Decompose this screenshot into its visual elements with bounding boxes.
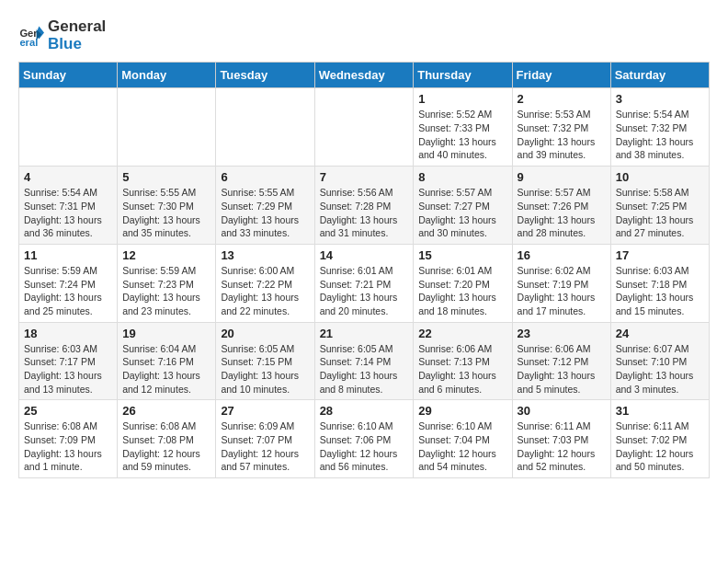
day-info: Sunrise: 5:59 AM Sunset: 7:23 PM Dayligh… — [122, 264, 210, 318]
day-number: 12 — [122, 248, 210, 262]
day-number: 1 — [418, 92, 506, 106]
calendar-day-26: 26Sunrise: 6:08 AM Sunset: 7:08 PM Dayli… — [118, 400, 216, 478]
day-number: 13 — [221, 248, 309, 262]
day-info: Sunrise: 6:06 AM Sunset: 7:12 PM Dayligh… — [518, 342, 606, 396]
weekday-header-wednesday: Wednesday — [314, 63, 414, 88]
day-info: Sunrise: 6:01 AM Sunset: 7:21 PM Dayligh… — [320, 264, 409, 318]
day-info: Sunrise: 6:04 AM Sunset: 7:16 PM Dayligh… — [122, 342, 210, 396]
calendar-empty-cell — [314, 88, 414, 167]
day-info: Sunrise: 5:57 AM Sunset: 7:26 PM Dayligh… — [518, 186, 606, 240]
day-number: 4 — [24, 170, 112, 184]
calendar-day-29: 29Sunrise: 6:10 AM Sunset: 7:04 PM Dayli… — [414, 400, 512, 478]
calendar-empty-cell — [118, 88, 216, 167]
calendar-day-5: 5Sunrise: 5:55 AM Sunset: 7:30 PM Daylig… — [118, 167, 216, 245]
day-info: Sunrise: 6:05 AM Sunset: 7:15 PM Dayligh… — [221, 342, 309, 396]
day-number: 19 — [122, 327, 210, 340]
day-info: Sunrise: 6:11 AM Sunset: 7:02 PM Dayligh… — [616, 419, 704, 474]
day-info: Sunrise: 5:55 AM Sunset: 7:30 PM Dayligh… — [122, 186, 210, 240]
calendar-week-row: 18Sunrise: 6:03 AM Sunset: 7:17 PM Dayli… — [19, 322, 710, 400]
day-info: Sunrise: 6:10 AM Sunset: 7:04 PM Dayligh… — [418, 419, 506, 474]
day-number: 20 — [221, 327, 309, 340]
calendar-day-17: 17Sunrise: 6:03 AM Sunset: 7:18 PM Dayli… — [610, 244, 709, 322]
weekday-header-row: SundayMondayTuesdayWednesdayThursdayFrid… — [19, 63, 710, 88]
weekday-header-thursday: Thursday — [414, 63, 512, 88]
day-number: 3 — [616, 92, 704, 106]
day-info: Sunrise: 5:56 AM Sunset: 7:28 PM Dayligh… — [320, 186, 409, 240]
calendar-day-20: 20Sunrise: 6:05 AM Sunset: 7:15 PM Dayli… — [216, 322, 314, 400]
calendar-day-12: 12Sunrise: 5:59 AM Sunset: 7:23 PM Dayli… — [118, 244, 216, 322]
day-info: Sunrise: 6:06 AM Sunset: 7:13 PM Dayligh… — [418, 342, 506, 396]
day-number: 29 — [418, 404, 506, 418]
day-info: Sunrise: 6:03 AM Sunset: 7:18 PM Dayligh… — [616, 264, 704, 318]
day-info: Sunrise: 6:02 AM Sunset: 7:19 PM Dayligh… — [518, 264, 606, 318]
calendar-day-31: 31Sunrise: 6:11 AM Sunset: 7:02 PM Dayli… — [610, 400, 709, 478]
day-info: Sunrise: 6:07 AM Sunset: 7:10 PM Dayligh… — [616, 342, 704, 396]
calendar-day-19: 19Sunrise: 6:04 AM Sunset: 7:16 PM Dayli… — [118, 322, 216, 400]
day-info: Sunrise: 6:05 AM Sunset: 7:14 PM Dayligh… — [320, 342, 409, 396]
day-number: 28 — [320, 404, 409, 418]
calendar-day-2: 2Sunrise: 5:53 AM Sunset: 7:32 PM Daylig… — [512, 88, 610, 167]
calendar-day-15: 15Sunrise: 6:01 AM Sunset: 7:20 PM Dayli… — [414, 244, 512, 322]
day-number: 25 — [24, 404, 112, 418]
day-number: 14 — [320, 248, 409, 262]
svg-text:eral: eral — [19, 37, 38, 48]
weekday-header-saturday: Saturday — [610, 63, 709, 88]
calendar-day-24: 24Sunrise: 6:07 AM Sunset: 7:10 PM Dayli… — [610, 322, 709, 400]
calendar-day-6: 6Sunrise: 5:55 AM Sunset: 7:29 PM Daylig… — [216, 167, 314, 245]
calendar-day-25: 25Sunrise: 6:08 AM Sunset: 7:09 PM Dayli… — [19, 400, 118, 478]
calendar-week-row: 1Sunrise: 5:52 AM Sunset: 7:33 PM Daylig… — [19, 88, 710, 167]
day-info: Sunrise: 5:55 AM Sunset: 7:29 PM Dayligh… — [221, 186, 309, 240]
calendar-day-16: 16Sunrise: 6:02 AM Sunset: 7:19 PM Dayli… — [512, 244, 610, 322]
calendar-day-13: 13Sunrise: 6:00 AM Sunset: 7:22 PM Dayli… — [216, 244, 314, 322]
day-number: 18 — [24, 327, 112, 340]
calendar-day-30: 30Sunrise: 6:11 AM Sunset: 7:03 PM Dayli… — [512, 400, 610, 478]
day-number: 26 — [122, 404, 210, 418]
day-number: 27 — [221, 404, 309, 418]
calendar-day-4: 4Sunrise: 5:54 AM Sunset: 7:31 PM Daylig… — [19, 167, 118, 245]
day-info: Sunrise: 6:03 AM Sunset: 7:17 PM Dayligh… — [24, 342, 112, 396]
logo-icon: Gen eral — [18, 23, 44, 49]
calendar-day-10: 10Sunrise: 5:58 AM Sunset: 7:25 PM Dayli… — [610, 167, 709, 245]
day-number: 22 — [418, 327, 506, 340]
day-info: Sunrise: 6:09 AM Sunset: 7:07 PM Dayligh… — [221, 419, 309, 474]
day-number: 8 — [418, 170, 506, 184]
calendar-week-row: 4Sunrise: 5:54 AM Sunset: 7:31 PM Daylig… — [19, 167, 710, 245]
day-number: 10 — [616, 170, 704, 184]
day-info: Sunrise: 5:57 AM Sunset: 7:27 PM Dayligh… — [418, 186, 506, 240]
day-number: 7 — [320, 170, 409, 184]
day-info: Sunrise: 5:54 AM Sunset: 7:32 PM Dayligh… — [616, 108, 704, 162]
logo-text: General Blue — [48, 18, 106, 52]
day-number: 9 — [518, 170, 606, 184]
day-number: 23 — [518, 327, 606, 340]
day-info: Sunrise: 6:08 AM Sunset: 7:08 PM Dayligh… — [122, 419, 210, 474]
calendar-day-1: 1Sunrise: 5:52 AM Sunset: 7:33 PM Daylig… — [414, 88, 512, 167]
day-info: Sunrise: 6:11 AM Sunset: 7:03 PM Dayligh… — [518, 419, 606, 474]
calendar-day-9: 9Sunrise: 5:57 AM Sunset: 7:26 PM Daylig… — [512, 167, 610, 245]
day-info: Sunrise: 6:10 AM Sunset: 7:06 PM Dayligh… — [320, 419, 409, 474]
calendar-day-21: 21Sunrise: 6:05 AM Sunset: 7:14 PM Dayli… — [314, 322, 414, 400]
day-info: Sunrise: 5:54 AM Sunset: 7:31 PM Dayligh… — [24, 186, 112, 240]
calendar-week-row: 11Sunrise: 5:59 AM Sunset: 7:24 PM Dayli… — [19, 244, 710, 322]
day-number: 2 — [518, 92, 606, 106]
calendar-day-11: 11Sunrise: 5:59 AM Sunset: 7:24 PM Dayli… — [19, 244, 118, 322]
day-number: 17 — [616, 248, 704, 262]
day-number: 16 — [518, 248, 606, 262]
day-number: 21 — [320, 327, 409, 340]
day-info: Sunrise: 6:01 AM Sunset: 7:20 PM Dayligh… — [418, 264, 506, 318]
day-number: 15 — [418, 248, 506, 262]
calendar-day-7: 7Sunrise: 5:56 AM Sunset: 7:28 PM Daylig… — [314, 167, 414, 245]
day-info: Sunrise: 6:08 AM Sunset: 7:09 PM Dayligh… — [24, 419, 112, 474]
calendar-day-3: 3Sunrise: 5:54 AM Sunset: 7:32 PM Daylig… — [610, 88, 709, 167]
calendar-day-8: 8Sunrise: 5:57 AM Sunset: 7:27 PM Daylig… — [414, 167, 512, 245]
calendar-day-18: 18Sunrise: 6:03 AM Sunset: 7:17 PM Dayli… — [19, 322, 118, 400]
logo: Gen eral General Blue — [18, 18, 106, 52]
calendar-week-row: 25Sunrise: 6:08 AM Sunset: 7:09 PM Dayli… — [19, 400, 710, 478]
calendar-day-14: 14Sunrise: 6:01 AM Sunset: 7:21 PM Dayli… — [314, 244, 414, 322]
calendar-day-22: 22Sunrise: 6:06 AM Sunset: 7:13 PM Dayli… — [414, 322, 512, 400]
day-number: 31 — [616, 404, 704, 418]
calendar-day-28: 28Sunrise: 6:10 AM Sunset: 7:06 PM Dayli… — [314, 400, 414, 478]
day-number: 5 — [122, 170, 210, 184]
day-info: Sunrise: 5:59 AM Sunset: 7:24 PM Dayligh… — [24, 264, 112, 318]
calendar-table: SundayMondayTuesdayWednesdayThursdayFrid… — [18, 62, 710, 478]
weekday-header-sunday: Sunday — [19, 63, 118, 88]
